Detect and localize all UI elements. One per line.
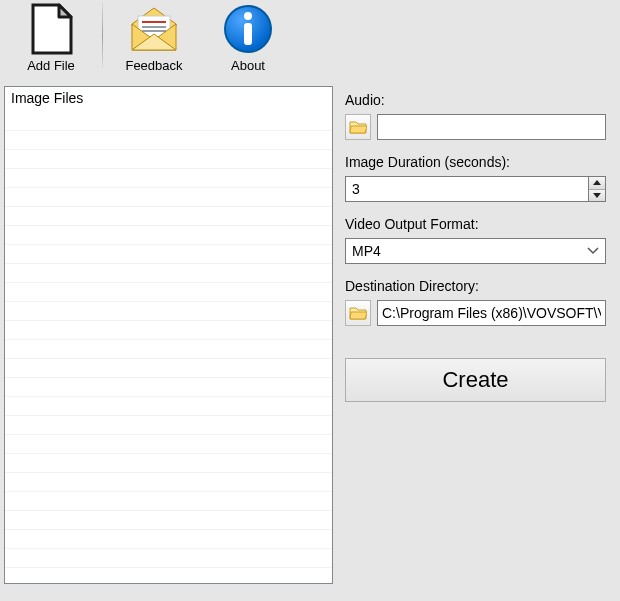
destination-input[interactable] (377, 300, 606, 326)
destination-browse-button[interactable] (345, 300, 371, 326)
audio-input[interactable] (377, 114, 606, 140)
duration-down-button[interactable] (589, 190, 605, 202)
duration-input[interactable] (345, 176, 588, 202)
audio-label: Audio: (345, 92, 606, 108)
feedback-label: Feedback (125, 58, 182, 73)
chevron-up-icon (593, 180, 601, 185)
about-label: About (231, 58, 265, 73)
toolbar-separator (102, 2, 103, 68)
chevron-down-icon (587, 247, 599, 255)
folder-icon (349, 119, 367, 135)
duration-spinner (588, 176, 606, 202)
content: Image Files Audio: (0, 86, 620, 586)
format-select[interactable]: MP4 (345, 238, 606, 264)
svg-rect-12 (244, 23, 252, 45)
folder-icon (349, 305, 367, 321)
feedback-button[interactable]: Feedback (107, 0, 201, 82)
duration-label: Image Duration (seconds): (345, 154, 606, 170)
add-file-label: Add File (27, 58, 75, 73)
info-icon (222, 0, 274, 58)
svg-marker-13 (593, 180, 601, 185)
toolbar: Add File Feedback (0, 0, 620, 86)
file-icon (27, 0, 75, 58)
list-lines (5, 109, 332, 583)
right-panel: Audio: Image Duration (seconds): (337, 86, 620, 586)
image-files-header: Image Files (5, 87, 332, 109)
left-panel: Image Files (0, 86, 337, 586)
duration-up-button[interactable] (589, 177, 605, 190)
create-button[interactable]: Create (345, 358, 606, 402)
audio-browse-button[interactable] (345, 114, 371, 140)
destination-label: Destination Directory: (345, 278, 606, 294)
chevron-down-icon (593, 193, 601, 198)
envelope-icon (128, 0, 180, 58)
format-label: Video Output Format: (345, 216, 606, 232)
svg-point-11 (244, 12, 252, 20)
add-file-button[interactable]: Add File (4, 0, 98, 82)
image-files-listbox[interactable]: Image Files (4, 86, 333, 584)
svg-marker-1 (59, 5, 71, 17)
about-button[interactable]: About (201, 0, 295, 82)
svg-marker-14 (593, 193, 601, 198)
format-value: MP4 (352, 243, 381, 259)
